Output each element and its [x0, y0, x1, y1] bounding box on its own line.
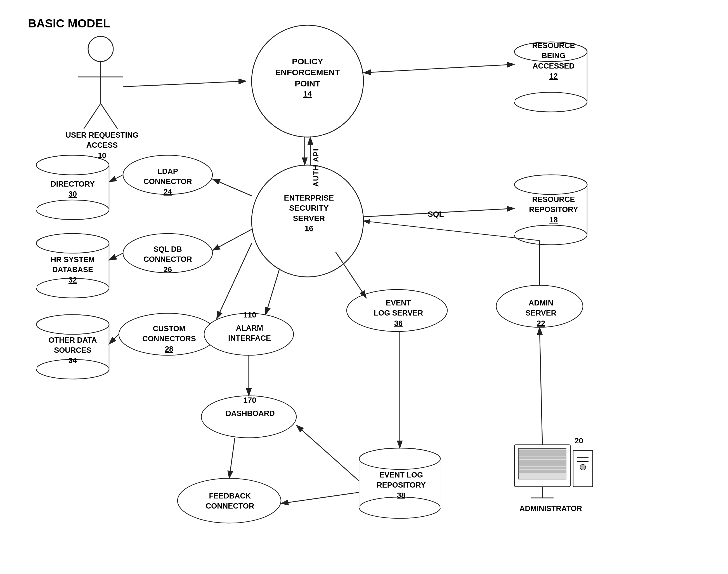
- sql-connector-label: SQL DBCONNECTOR 26: [129, 244, 207, 275]
- directory-label: DIRECTORY 30: [36, 179, 109, 199]
- svg-point-33: [36, 315, 109, 334]
- hr-db-label: HR SYSTEMDATABASE 32: [34, 254, 112, 285]
- svg-rect-61: [518, 463, 566, 466]
- svg-line-75: [213, 230, 252, 250]
- svg-rect-57: [518, 450, 566, 453]
- svg-line-87: [363, 221, 540, 241]
- resource-accessed-label: RESOURCEBEINGACCESSED 12: [520, 41, 587, 81]
- feedback-label: FEEDBACKCONNECTOR: [182, 491, 278, 511]
- dashboard-label: DASHBOARD: [208, 408, 292, 418]
- auth-api-label: AUTH API: [312, 148, 320, 187]
- svg-point-18: [36, 200, 109, 219]
- resource-repo-label: RESOURCEREPOSITORY 18: [520, 194, 587, 225]
- svg-line-51: [84, 104, 101, 129]
- svg-rect-62: [518, 466, 566, 469]
- svg-line-81: [335, 252, 366, 298]
- svg-point-15: [514, 175, 587, 194]
- alarm-ref: 110: [243, 311, 256, 320]
- svg-line-74: [109, 175, 123, 182]
- svg-line-77: [217, 243, 252, 319]
- pep-label: POLICY ENFORCEMENT POINT 14: [268, 56, 347, 99]
- svg-line-88: [540, 327, 542, 445]
- ldap-label: LDAPCONNECTOR 24: [129, 166, 207, 197]
- sql-label: SQL: [428, 210, 444, 219]
- svg-line-68: [123, 81, 246, 87]
- custom-connectors-label: CUSTOMCONNECTORS 28: [126, 324, 213, 354]
- alarm-label: ALARMINTERFACE: [208, 323, 291, 343]
- svg-line-69: [363, 64, 514, 73]
- svg-line-52: [101, 104, 118, 129]
- svg-line-79: [266, 269, 280, 315]
- svg-point-6: [514, 92, 587, 112]
- other-data-label: OTHER DATASOURCES 34: [31, 335, 115, 366]
- svg-point-46: [359, 448, 440, 469]
- svg-point-67: [580, 464, 586, 470]
- user-label: USER REQUESTING ACCESS 10: [59, 130, 145, 161]
- svg-rect-59: [518, 456, 566, 459]
- svg-rect-63: [518, 470, 566, 473]
- diagram: BASIC MODEL: [0, 0, 728, 574]
- svg-rect-60: [518, 460, 566, 463]
- ess-label: ENTERPRISESECURITYSERVER 16: [266, 193, 352, 234]
- admin-server-label: ADMINSERVER 22: [509, 298, 573, 328]
- svg-point-12: [514, 225, 587, 245]
- svg-rect-58: [518, 453, 566, 456]
- dashboard-ref: 170: [243, 396, 256, 405]
- svg-line-83: [297, 425, 359, 481]
- svg-line-85: [229, 438, 235, 478]
- admin-ref: 20: [575, 436, 583, 445]
- event-log-repo-label: EVENT LOGREPOSITORY 38: [359, 470, 443, 500]
- event-log-server-label: EVENTLOG SERVER 36: [359, 298, 438, 328]
- svg-point-27: [36, 234, 109, 253]
- svg-line-84: [281, 492, 359, 503]
- svg-line-73: [213, 179, 252, 196]
- administrator-label: ADMINISTRATOR: [514, 503, 587, 514]
- svg-point-48: [88, 36, 113, 62]
